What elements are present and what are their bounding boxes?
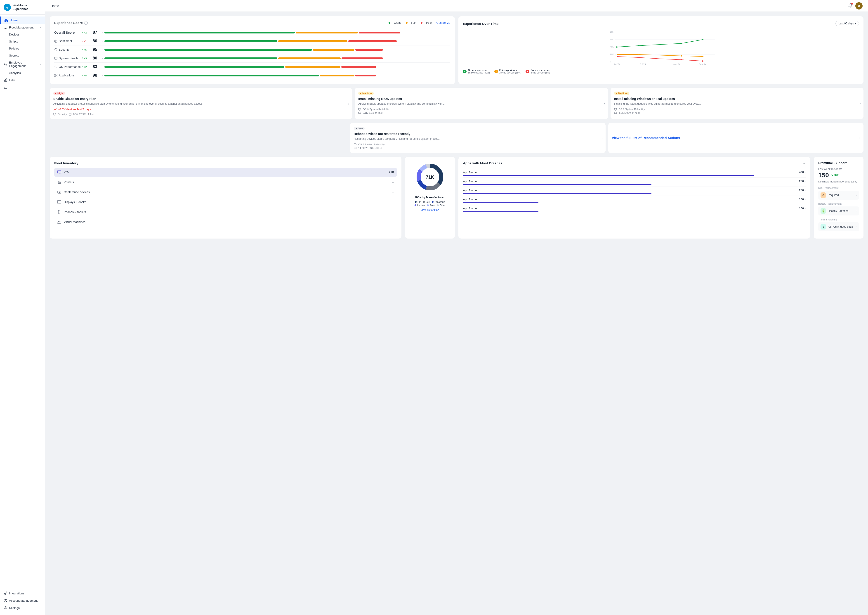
overall-value: 87 — [93, 30, 102, 35]
cloud-icon — [57, 220, 61, 224]
osperf-arrow[interactable]: › — [102, 65, 103, 69]
thermal-support-item[interactable]: 🌡 All PCs in good state › — [818, 222, 859, 231]
poor-icon: ▲ — [525, 70, 529, 73]
fleet-item-displays[interactable]: Displays & docks -- — [54, 198, 397, 207]
app-item-4[interactable]: App Name 100 › — [463, 205, 806, 214]
monitor-bios-icon — [358, 111, 361, 114]
os-meta-icon-bios — [358, 108, 361, 111]
svg-point-15 — [56, 41, 56, 41]
sidebar-item-secrets[interactable]: Secrets — [0, 52, 45, 59]
app-bar-2 — [463, 193, 651, 194]
experience-over-time-card: Experience Over Time Last 90 days ▾ 80k … — [458, 16, 863, 84]
customize-button[interactable]: Customize — [436, 21, 450, 24]
apps-change: ↗+5 — [81, 74, 93, 77]
fleet-item-phones[interactable]: Phones & tablets -- — [54, 208, 397, 217]
svg-rect-63 — [58, 183, 60, 183]
svg-rect-51 — [358, 108, 361, 110]
sidebar-item-fleet-management[interactable]: Fleet Management ▾ — [0, 24, 45, 31]
rec-bios-count: 6.1K 8.6% of fleet — [358, 111, 604, 114]
link-icon — [4, 592, 7, 595]
sidebar-item-scripts[interactable]: Scripts — [0, 38, 45, 45]
rec-reboot-arrow[interactable]: › — [602, 136, 603, 140]
donut-chart-card: 71K PCs by Manufacturer HP Dell Panasoni… — [405, 157, 455, 239]
app-item-0[interactable]: App Name 400 › — [463, 169, 806, 178]
sidebar-item-labs[interactable] — [0, 84, 45, 91]
syshealth-arrow[interactable]: › — [102, 56, 103, 60]
disk-chevron: › — [856, 194, 857, 197]
sidebar-item-pulses[interactable]: Analytics — [0, 69, 45, 76]
score-overall-row: Overall Score ↗+2 87 › — [54, 28, 450, 37]
apps-bars — [104, 75, 450, 76]
sidebar-item-employee[interactable]: Employee Engagement ▾ — [0, 59, 45, 69]
poor-exp-legend: ▲ Poor experience 3,550 devices (5%) — [525, 69, 550, 74]
no-incidents-text: No critical incidents identified today — [818, 180, 859, 183]
sidebar-item-pulses-label: Analytics — [9, 71, 21, 75]
svg-text:80k: 80k — [610, 31, 614, 33]
rec-win-meta: OS & System Reliability — [614, 108, 860, 111]
topbar-right: U — [848, 2, 863, 9]
app-bar-0 — [463, 175, 754, 176]
sidebar-item-analytics[interactable]: Labs — [0, 76, 45, 84]
fleet-item-vm[interactable]: Virtual machines -- — [54, 217, 397, 226]
svg-point-41 — [638, 57, 639, 58]
user-avatar[interactable]: U — [856, 2, 863, 9]
security-arrow[interactable]: › — [102, 48, 103, 52]
svg-rect-7 — [5, 80, 6, 81]
great-exp-legend: ✓ Great experience 56,800 devices (80%) — [463, 69, 490, 74]
security-meta-icon — [53, 113, 56, 116]
rec-bitlocker-arrow[interactable]: › — [348, 101, 349, 106]
main-area: Home U Experience Score i — [45, 0, 868, 615]
fleet-item-printers[interactable]: Printers -- — [54, 178, 397, 187]
fleet-title: Fleet Inventory — [54, 161, 397, 165]
rec-card-bios: ● Medium Install missing BIOS updates Ap… — [355, 88, 608, 119]
employee-chevron: ▾ — [40, 63, 41, 66]
app-item-1[interactable]: App Name 250 › — [463, 178, 806, 187]
rec-win-arrow[interactable]: › — [860, 101, 861, 106]
os-meta-icon-reboot — [354, 143, 357, 146]
app-item-2[interactable]: App Name 250 › — [463, 187, 806, 196]
notification-bell[interactable] — [848, 3, 852, 8]
apps-crashes-arrow[interactable]: → — [803, 161, 806, 165]
svg-rect-22 — [56, 76, 57, 77]
view-pcs-link[interactable]: View list of PCs — [421, 208, 439, 212]
legend-other: Other — [437, 204, 445, 207]
fleet-item-pcs[interactable]: PCs 71K — [54, 168, 397, 177]
app-bar-4 — [463, 211, 538, 212]
sentiment-arrow[interactable]: › — [102, 39, 103, 43]
sidebar-item-devices[interactable]: Devices — [0, 31, 45, 38]
svg-text:Sept '24: Sept '24 — [699, 63, 707, 66]
svg-rect-59 — [58, 171, 61, 173]
battery-support-item[interactable]: 🔋 Healthy Batteries › — [818, 206, 859, 215]
sidebar-item-home-label: Home — [10, 19, 18, 22]
svg-text:Aug '24: Aug '24 — [673, 63, 680, 66]
rec-card-bitlocker: ● High Enable BitLocker encryption Activ… — [50, 88, 352, 119]
svg-rect-19 — [55, 74, 56, 75]
rec-bios-arrow[interactable]: › — [604, 101, 605, 106]
disk-support-item[interactable]: ⚠ Required › — [818, 190, 859, 200]
sidebar-item-account[interactable]: Account Management — [0, 597, 45, 604]
fleet-item-conference[interactable]: Conference devices -- — [54, 188, 397, 197]
overall-arrow[interactable]: › — [102, 31, 103, 34]
osperf-value: 83 — [93, 64, 102, 69]
sidebar-item-fleet-label: Fleet Management — [9, 26, 33, 29]
syshealth-change: ↗+3 — [81, 57, 93, 60]
time-select-dropdown[interactable]: Last 90 days ▾ — [835, 21, 859, 26]
svg-point-37 — [702, 39, 703, 40]
sidebar-item-home[interactable]: Home — [0, 17, 45, 24]
rec-view-full[interactable]: View the full list of Recommended Action… — [608, 123, 864, 153]
sidebar-item-policies[interactable]: Policies — [0, 45, 45, 52]
svg-point-14 — [55, 41, 56, 41]
info-icon[interactable]: i — [84, 21, 88, 25]
apps-arrow[interactable]: › — [102, 74, 103, 77]
sidebar-item-devices-label: Devices — [9, 33, 19, 36]
sidebar-item-policies-label: Policies — [9, 47, 19, 50]
svg-rect-65 — [58, 201, 61, 203]
legend-hp: HP — [415, 201, 421, 203]
sidebar-item-settings[interactable]: Settings — [0, 604, 45, 611]
app-item-3[interactable]: App Name 100 › — [463, 196, 806, 205]
sidebar-item-integrations[interactable]: Integrations — [0, 590, 45, 597]
rec-win-title: Install missing Windows critical updates — [614, 97, 860, 101]
svg-rect-56 — [614, 112, 617, 114]
battery-icon: 🔋 — [821, 208, 826, 214]
sidebar-item-analytics-label: Labs — [9, 78, 16, 82]
